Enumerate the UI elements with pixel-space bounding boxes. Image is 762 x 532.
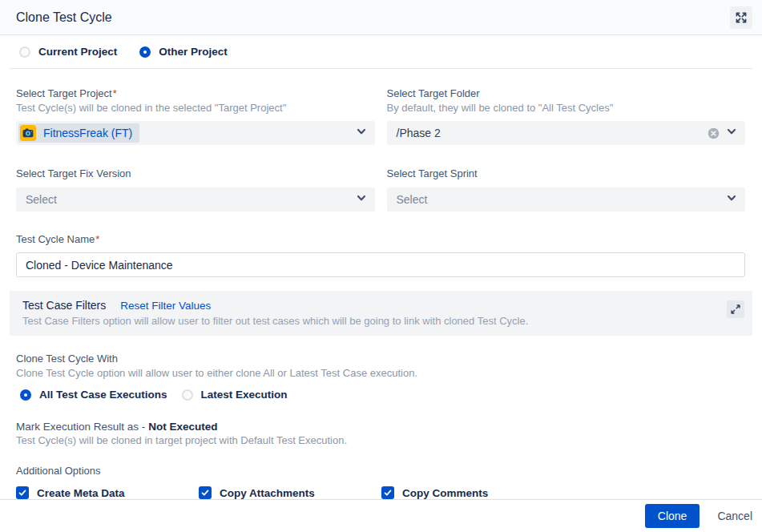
form-grid: Select Target Project* Test Cycle(s) wil…	[0, 69, 762, 212]
radio-checked-icon	[20, 389, 31, 401]
radio-current-project[interactable]: Current Project	[19, 46, 117, 58]
test-case-filters-panel: Test Case Filters Reset Filter Values Te…	[10, 291, 752, 336]
modal-footer: Clone Cancel	[0, 499, 762, 532]
section-label: Clone Test Cycle With	[16, 352, 746, 365]
radio-latest-execution[interactable]: Latest Execution	[182, 389, 288, 401]
radio-label: All Test Case Executions	[39, 389, 167, 401]
project-scope-row: Current Project Other Project	[0, 35, 762, 68]
modal-title: Clone Test Cycle	[16, 10, 112, 25]
checkbox-label: Copy Comments	[402, 487, 488, 499]
select-placeholder: Select	[397, 193, 428, 206]
field-label: Select Target Sprint	[387, 167, 746, 180]
checkbox-label: Copy Attachments	[220, 487, 315, 499]
field-sprint: Select Target Sprint Select	[387, 167, 746, 212]
maximize-icon	[735, 11, 748, 24]
clone-button[interactable]: Clone	[645, 504, 700, 528]
field-fix-version: Select Target Fix Version Select	[16, 167, 375, 212]
radio-other-project[interactable]: Other Project	[139, 46, 228, 58]
expand-filters-button[interactable]	[727, 300, 744, 318]
cycle-name-input[interactable]	[16, 252, 745, 277]
mark-execution-prefix: Mark Execution Result as -	[16, 421, 145, 433]
field-target-folder: Select Target Folder By default, they wi…	[387, 87, 746, 145]
modal-header: Clone Test Cycle	[0, 0, 762, 35]
radio-unchecked-icon	[19, 46, 30, 58]
reset-filter-values-link[interactable]: Reset Filter Values	[120, 300, 211, 312]
checkbox-checked-icon	[381, 486, 394, 499]
target-project-select[interactable]: FitnessFreak (FT)	[16, 121, 375, 145]
filters-title: Test Case Filters	[22, 299, 106, 312]
target-folder-select[interactable]: /Phase 2	[387, 121, 746, 145]
cancel-button[interactable]: Cancel	[717, 510, 752, 522]
selected-project-chip: FitnessFreak (FT)	[18, 123, 139, 143]
clear-icon[interactable]	[708, 127, 720, 139]
checkbox-checked-icon	[16, 486, 29, 499]
field-label: Select Target Folder	[387, 87, 746, 100]
chevron-down-icon	[356, 126, 367, 140]
mark-execution-section: Mark Execution Result as -Not Executed T…	[0, 421, 762, 447]
radio-label: Other Project	[159, 46, 228, 58]
fix-version-select[interactable]: Select	[16, 187, 375, 212]
field-cycle-name: Test Cycle Name*	[0, 212, 762, 277]
expand-diagonal-icon	[730, 304, 741, 315]
field-label: Test Cycle Name*	[16, 232, 745, 246]
field-label: Select Target Fix Version	[16, 167, 375, 180]
section-helper: Clone Test Cycle option will allow user …	[16, 366, 746, 380]
select-placeholder: Select	[26, 193, 57, 206]
radio-label: Latest Execution	[201, 389, 288, 401]
checkbox-copy-comments[interactable]: Copy Comments	[381, 486, 746, 499]
field-label: Select Target Project*	[16, 87, 375, 100]
checkbox-create-meta-data[interactable]: Create Meta Data	[16, 486, 199, 499]
chevron-down-icon	[726, 126, 737, 140]
additional-options-section: Additional Options Create Meta Data Copy…	[0, 464, 762, 499]
mark-execution-value: Not Executed	[148, 421, 217, 433]
radio-all-executions[interactable]: All Test Case Executions	[20, 389, 167, 401]
checkbox-label: Create Meta Data	[37, 487, 125, 499]
selected-project-label: FitnessFreak (FT)	[43, 127, 132, 139]
section-label: Additional Options	[16, 464, 746, 478]
filters-helper: Test Case Filters option will allow user…	[22, 315, 727, 327]
radio-checked-icon	[139, 46, 151, 58]
field-target-project: Select Target Project* Test Cycle(s) wil…	[16, 87, 375, 145]
field-helper: By default, they will be cloned to "All …	[387, 101, 746, 115]
project-avatar-icon	[20, 125, 36, 141]
chevron-down-icon	[726, 192, 737, 207]
maximize-button[interactable]	[730, 6, 752, 29]
required-indicator: *	[113, 87, 117, 99]
chevron-down-icon	[356, 192, 367, 207]
radio-unchecked-icon	[182, 389, 193, 401]
field-helper: Test Cycle(s) will be cloned in the sele…	[16, 101, 375, 115]
checkbox-checked-icon	[199, 486, 212, 499]
mark-execution-line: Mark Execution Result as -Not Executed	[16, 421, 746, 433]
sprint-select[interactable]: Select	[387, 187, 746, 212]
checkbox-copy-attachments[interactable]: Copy Attachments	[199, 486, 381, 499]
target-folder-value: /Phase 2	[397, 127, 441, 139]
clone-with-section: Clone Test Cycle With Clone Test Cycle o…	[0, 352, 762, 401]
required-indicator: *	[95, 233, 99, 245]
mark-execution-helper: Test Cycle(s) will be cloned in target p…	[16, 433, 746, 447]
radio-label: Current Project	[38, 46, 117, 58]
